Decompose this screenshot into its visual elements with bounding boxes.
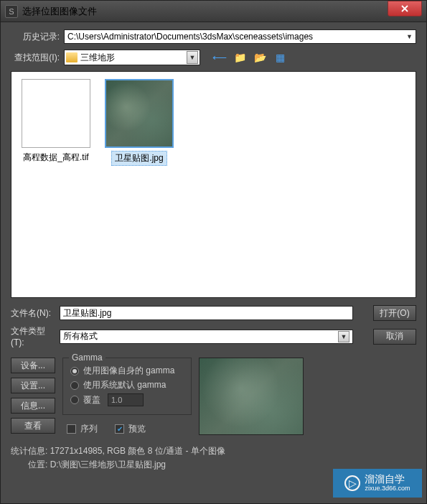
gamma-spinner[interactable]: 1.0 xyxy=(108,393,144,406)
file-name: 卫星贴图.jpg xyxy=(111,151,166,166)
close-button[interactable] xyxy=(388,1,422,17)
radio-icon xyxy=(70,367,79,375)
folder-icon xyxy=(66,52,78,62)
device-button[interactable]: 设备... xyxy=(11,358,55,373)
checkbox-icon xyxy=(115,424,124,434)
up-folder-icon[interactable]: 📁 xyxy=(233,51,246,64)
gamma-sys-radio[interactable]: 使用系统默认 gamma xyxy=(70,379,184,391)
filetype-label: 文件类型(T): xyxy=(11,325,55,347)
info-button[interactable]: 信息... xyxy=(11,398,55,414)
watermark: ▷ 溜溜自学 zixue.3d66.com xyxy=(333,469,422,498)
dialog-body: 历史记录: C:\Users\Administrator\Documents\3… xyxy=(1,22,426,479)
history-value: C:\Users\Administrator\Documents\3dsMax\… xyxy=(67,32,406,42)
chevron-down-icon: ▼ xyxy=(338,331,349,342)
file-item[interactable]: 卫星贴图.jpg xyxy=(102,79,177,290)
lookin-row: 查找范围(I): 三维地形 ▼ ⟵ 📁 📂 ▦ xyxy=(11,50,416,65)
watermark-sub: zixue.3d66.com xyxy=(365,485,410,493)
lookin-folder: 三维地形 xyxy=(80,52,187,64)
radio-icon xyxy=(70,381,79,390)
titlebar: S 选择位图图像文件 xyxy=(1,1,426,22)
stats-loc-value: D:\测图\三维地形\卫星贴图.jpg xyxy=(50,459,166,470)
preview-checkbox[interactable]: 预览 xyxy=(115,423,146,435)
stats-area: 统计信息: 17271x14985, RGB 颜色 8 位/通道 - 单个图像 … xyxy=(11,444,416,472)
history-combo[interactable]: C:\Users\Administrator\Documents\3dsMax\… xyxy=(64,29,416,44)
back-icon[interactable]: ⟵ xyxy=(213,51,226,64)
radio-icon xyxy=(70,396,79,404)
preview-image xyxy=(199,358,304,435)
gamma-override-radio[interactable]: 覆盖 1.0 xyxy=(70,393,184,406)
stats-info-label: 统计信息: xyxy=(11,446,47,456)
view-button[interactable]: 查看 xyxy=(11,418,55,434)
filetype-value: 所有格式 xyxy=(63,330,338,342)
chevron-down-icon: ▼ xyxy=(187,51,198,64)
lookin-combo[interactable]: 三维地形 ▼ xyxy=(64,50,200,65)
file-list[interactable]: 高程数据_高程.tif 卫星贴图.jpg xyxy=(11,71,416,298)
bottom-area: 设备... 设置... 信息... 查看 Gamma 使用图像自身的 gamma… xyxy=(11,358,416,437)
open-button[interactable]: 打开(O) xyxy=(373,305,416,321)
history-label: 历史记录: xyxy=(11,31,60,43)
cancel-button[interactable]: 取消 xyxy=(373,329,416,345)
sequence-checkbox[interactable]: 序列 xyxy=(67,423,98,435)
lookin-label: 查找范围(I): xyxy=(11,52,60,64)
dialog-window: S 选择位图图像文件 历史记录: C:\Users\Administrator\… xyxy=(0,0,427,504)
filetype-row: 文件类型(T): 所有格式 ▼ 取消 xyxy=(11,325,416,347)
gamma-group: Gamma 使用图像自身的 gamma 使用系统默认 gamma 覆盖 1.0 xyxy=(62,358,192,415)
file-name: 高程数据_高程.tif xyxy=(20,151,91,164)
checkbox-icon xyxy=(67,424,76,434)
setup-button[interactable]: 设置... xyxy=(11,378,55,393)
file-item[interactable]: 高程数据_高程.tif xyxy=(19,79,93,290)
nav-toolbar: ⟵ 📁 📂 ▦ xyxy=(213,51,286,64)
thumbnail xyxy=(22,79,90,148)
filetype-combo[interactable]: 所有格式 ▼ xyxy=(60,330,353,344)
gamma-own-radio[interactable]: 使用图像自身的 gamma xyxy=(70,365,184,377)
check-row: 序列 预览 xyxy=(67,421,192,437)
filename-row: 文件名(N): 卫星贴图.jpg 打开(O) xyxy=(11,305,416,321)
new-folder-icon[interactable]: 📂 xyxy=(253,51,266,64)
app-icon: S xyxy=(5,5,18,18)
watermark-main: 溜溜自学 xyxy=(365,474,410,485)
play-icon: ▷ xyxy=(344,475,360,491)
view-menu-icon[interactable]: ▦ xyxy=(273,51,286,64)
history-row: 历史记录: C:\Users\Administrator\Documents\3… xyxy=(11,29,416,44)
gamma-legend: Gamma xyxy=(69,353,105,363)
window-title: 选择位图图像文件 xyxy=(22,5,388,18)
left-button-column: 设备... 设置... 信息... 查看 xyxy=(11,358,55,437)
thumbnail xyxy=(105,79,174,148)
stats-info-value: 17271x14985, RGB 颜色 8 位/通道 - 单个图像 xyxy=(50,446,225,456)
filename-input[interactable]: 卫星贴图.jpg xyxy=(60,306,353,320)
filename-label: 文件名(N): xyxy=(11,307,55,319)
stats-loc-label: 位置: xyxy=(28,459,47,470)
